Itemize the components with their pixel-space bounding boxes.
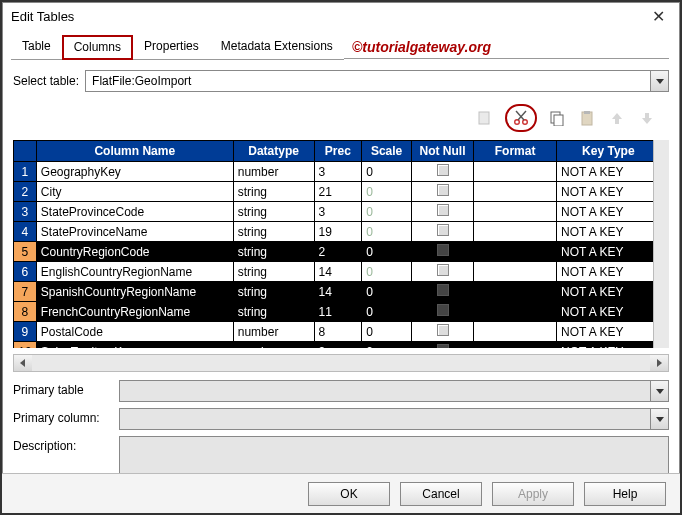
columns-table[interactable]: Column Name Datatype Prec Scale Not Null… [13,140,669,348]
cell-scale[interactable]: 0 [362,322,412,342]
checkbox-icon[interactable] [437,224,449,236]
cell-prec[interactable]: 19 [314,222,362,242]
cell-key-type[interactable]: NOT A KEY [557,322,661,342]
tab-columns[interactable]: Columns [62,35,133,60]
row-number[interactable]: 3 [14,202,37,222]
cell-prec[interactable]: 21 [314,182,362,202]
row-number[interactable]: 5 [14,242,37,262]
cell-format[interactable] [474,222,557,242]
cell-format[interactable] [474,342,557,349]
cell-format[interactable] [474,242,557,262]
checkbox-icon[interactable] [437,284,449,296]
table-row[interactable]: 3StateProvinceCodestring30NOT A KEY [14,202,669,222]
cell-not-null[interactable] [411,302,473,322]
cell-scale[interactable]: 0 [362,162,412,182]
row-number[interactable]: 6 [14,262,37,282]
cell-format[interactable] [474,202,557,222]
close-icon[interactable]: ✕ [646,7,671,26]
cell-datatype[interactable]: string [233,202,314,222]
cell-not-null[interactable] [411,342,473,349]
cell-key-type[interactable]: NOT A KEY [557,342,661,349]
checkbox-icon[interactable] [437,304,449,316]
cell-prec[interactable]: 2 [314,342,362,349]
cell-prec[interactable]: 3 [314,162,362,182]
help-button[interactable]: Help [584,482,666,506]
cancel-button[interactable]: Cancel [400,482,482,506]
row-number[interactable]: 8 [14,302,37,322]
cell-datatype[interactable]: number [233,162,314,182]
checkbox-icon[interactable] [437,264,449,276]
cell-datatype[interactable]: string [233,302,314,322]
cell-scale[interactable]: 0 [362,202,412,222]
vertical-scrollbar[interactable] [653,140,669,348]
cell-format[interactable] [474,162,557,182]
cell-column-name[interactable]: PostalCode [36,322,233,342]
copy-icon[interactable] [547,108,567,128]
cell-format[interactable] [474,322,557,342]
cell-not-null[interactable] [411,162,473,182]
cell-not-null[interactable] [411,282,473,302]
cell-datatype[interactable]: string [233,222,314,242]
table-row[interactable]: 7SpanishCountryRegionNamestring140NOT A … [14,282,669,302]
cell-datatype[interactable]: string [233,282,314,302]
cell-key-type[interactable]: NOT A KEY [557,202,661,222]
checkbox-icon[interactable] [437,164,449,176]
table-row[interactable]: 2Citystring210NOT A KEY [14,182,669,202]
table-row[interactable]: 8FrenchCountryRegionNamestring110NOT A K… [14,302,669,322]
table-row[interactable]: 10SalesTerritoryKeynumber20NOT A KEY [14,342,669,349]
cell-not-null[interactable] [411,322,473,342]
row-number[interactable]: 4 [14,222,37,242]
cell-key-type[interactable]: NOT A KEY [557,242,661,262]
cell-not-null[interactable] [411,222,473,242]
checkbox-icon[interactable] [437,344,449,348]
cell-prec[interactable]: 14 [314,262,362,282]
cell-scale[interactable]: 0 [362,342,412,349]
cell-scale[interactable]: 0 [362,182,412,202]
select-table-dropdown[interactable]: FlatFile:GeoImport [85,70,669,92]
table-row[interactable]: 4StateProvinceNamestring190NOT A KEY [14,222,669,242]
cell-not-null[interactable] [411,262,473,282]
scroll-right-icon[interactable] [650,355,668,371]
cell-scale[interactable]: 0 [362,282,412,302]
table-row[interactable]: 1GeographyKeynumber30NOT A KEY [14,162,669,182]
cell-column-name[interactable]: GeographyKey [36,162,233,182]
tab-table[interactable]: Table [11,35,62,60]
cell-datatype[interactable]: string [233,182,314,202]
horizontal-scrollbar[interactable] [13,354,669,372]
cell-not-null[interactable] [411,202,473,222]
cell-prec[interactable]: 8 [314,322,362,342]
cell-format[interactable] [474,262,557,282]
scroll-left-icon[interactable] [14,355,32,371]
cell-column-name[interactable]: StateProvinceName [36,222,233,242]
ok-button[interactable]: OK [308,482,390,506]
cell-format[interactable] [474,282,557,302]
cell-column-name[interactable]: SpanishCountryRegionName [36,282,233,302]
cell-key-type[interactable]: NOT A KEY [557,262,661,282]
cell-key-type[interactable]: NOT A KEY [557,302,661,322]
tab-metadata-extensions[interactable]: Metadata Extensions [210,35,344,60]
cell-prec[interactable]: 2 [314,242,362,262]
cell-datatype[interactable]: number [233,342,314,349]
cell-column-name[interactable]: SalesTerritoryKey [36,342,233,349]
row-number[interactable]: 9 [14,322,37,342]
cell-key-type[interactable]: NOT A KEY [557,162,661,182]
cell-column-name[interactable]: EnglishCountryRegionName [36,262,233,282]
row-number[interactable]: 2 [14,182,37,202]
cell-format[interactable] [474,302,557,322]
cell-column-name[interactable]: StateProvinceCode [36,202,233,222]
tab-properties[interactable]: Properties [133,35,210,60]
checkbox-icon[interactable] [437,184,449,196]
cell-datatype[interactable]: number [233,322,314,342]
cell-scale[interactable]: 0 [362,222,412,242]
cell-key-type[interactable]: NOT A KEY [557,282,661,302]
cell-datatype[interactable]: string [233,262,314,282]
cell-scale[interactable]: 0 [362,262,412,282]
cell-prec[interactable]: 14 [314,282,362,302]
scissors-icon[interactable] [511,108,531,128]
cell-key-type[interactable]: NOT A KEY [557,182,661,202]
cell-scale[interactable]: 0 [362,302,412,322]
cell-datatype[interactable]: string [233,242,314,262]
table-row[interactable]: 9PostalCodenumber80NOT A KEY [14,322,669,342]
row-number[interactable]: 1 [14,162,37,182]
cell-column-name[interactable]: City [36,182,233,202]
